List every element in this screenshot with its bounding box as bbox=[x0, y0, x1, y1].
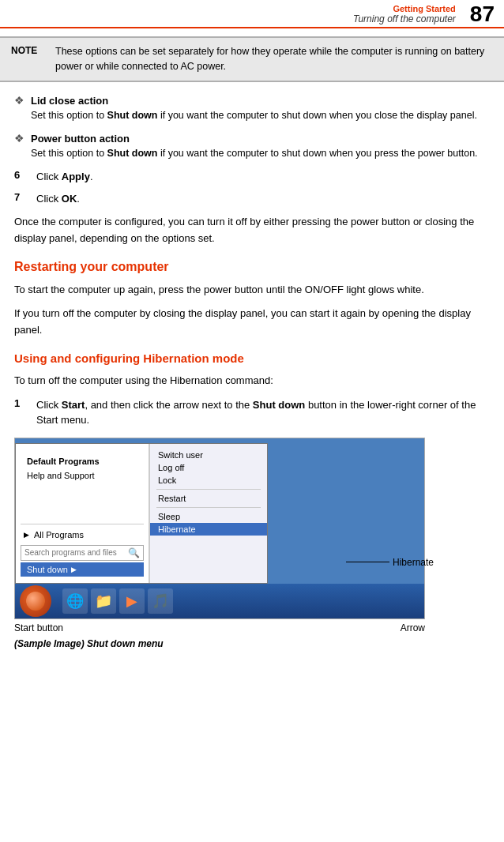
header-section: Getting Started bbox=[353, 4, 456, 13]
menu-separator-1 bbox=[156, 489, 261, 490]
menu-log-off: Log off bbox=[150, 461, 267, 474]
taskbar: 🌐 📁 ▶ 🎵 bbox=[15, 584, 424, 618]
screenshot-mockup: Default Programs Help and Support ▶ All … bbox=[14, 438, 425, 619]
start-orb bbox=[26, 592, 45, 611]
header-title: Turning off the computer bbox=[353, 13, 456, 24]
page-header: Getting Started Turning off the computer… bbox=[0, 0, 504, 28]
page-number: 87 bbox=[470, 3, 495, 25]
bullet-item-1: ❖ Lid close action Set this option to Sh… bbox=[14, 93, 490, 123]
section-heading-restart: Restarting your computer bbox=[14, 260, 490, 274]
bullet-title-1: Lid close action bbox=[31, 93, 477, 109]
image-bottom-annotations: Start button Arrow bbox=[14, 622, 425, 633]
section1-para-1: To start the computer up again, press th… bbox=[14, 282, 490, 299]
menu-hibernate: Hibernate bbox=[150, 523, 267, 536]
shut-down-label: Shut down bbox=[27, 565, 68, 574]
taskbar-icons: 🌐 📁 ▶ 🎵 bbox=[62, 588, 173, 614]
bullet-desc-2: Set this option to Shut down if you want… bbox=[31, 146, 478, 161]
note-text: These options can be set separately for … bbox=[55, 44, 493, 74]
screenshot-area: Default Programs Help and Support ▶ All … bbox=[14, 438, 490, 649]
taskbar-extra-icon: 🎵 bbox=[148, 588, 173, 614]
step-1: 1 Click Start, and then click the arrow … bbox=[14, 397, 490, 428]
step-num-6: 6 bbox=[14, 169, 30, 181]
help-support: Help and Support bbox=[24, 469, 141, 482]
start-menu-left: Default Programs Help and Support ▶ All … bbox=[16, 444, 149, 583]
search-bar[interactable]: 🔍 bbox=[21, 545, 144, 561]
menu-sleep: Sleep bbox=[150, 510, 267, 523]
step-text-7: Click OK. bbox=[36, 191, 80, 207]
arrow-right-icon: ▶ bbox=[24, 531, 29, 539]
hibernate-annotation: Hibernate bbox=[346, 557, 434, 568]
start-menu-popup: Default Programs Help and Support ▶ All … bbox=[15, 443, 268, 584]
arrow-label: Arrow bbox=[401, 622, 425, 633]
all-programs-label: All Programs bbox=[34, 530, 84, 539]
step-text-1: Click Start, and then click the arrow ne… bbox=[36, 397, 490, 428]
menu-restart: Restart bbox=[150, 492, 267, 505]
taskbar-folder-icon: 📁 bbox=[91, 588, 116, 614]
hibernate-line bbox=[346, 562, 389, 562]
note-label: NOTE bbox=[11, 44, 44, 56]
step-7: 7 Click OK. bbox=[14, 191, 490, 207]
bullet-diamond-1: ❖ bbox=[14, 94, 24, 107]
section-heading-hibernate: Using and configuring Hibernation mode bbox=[14, 351, 490, 365]
bullet-content-1: Lid close action Set this option to Shut… bbox=[31, 93, 477, 123]
shut-down-row: Shut down ▶ bbox=[21, 562, 144, 577]
search-icon: 🔍 bbox=[128, 547, 140, 558]
section2-intro: To turn off the computer using the Hiber… bbox=[14, 373, 490, 389]
menu-lock: Lock bbox=[150, 474, 267, 487]
start-menu-right: Switch user Log off Lock Restart Sleep H… bbox=[149, 444, 267, 583]
para-1: Once the computer is configured, you can… bbox=[14, 214, 490, 247]
menu-switch-user: Switch user bbox=[150, 449, 267, 461]
bullet-section: ❖ Lid close action Set this option to Sh… bbox=[14, 93, 490, 162]
step-text-6: Click Apply. bbox=[36, 169, 93, 185]
hibernate-label: Hibernate bbox=[393, 557, 434, 568]
bullet-content-2: Power button action Set this option to S… bbox=[31, 131, 478, 161]
search-input[interactable] bbox=[24, 548, 128, 557]
step-num-7: 7 bbox=[14, 191, 30, 203]
shut-down-arrow: ▶ bbox=[71, 566, 77, 573]
section1-para-2: If you turn off the computer by closing … bbox=[14, 306, 490, 339]
all-programs-row: ▶ All Programs bbox=[21, 528, 144, 542]
default-programs: Default Programs bbox=[24, 455, 141, 468]
note-box: NOTE These options can be set separately… bbox=[0, 36, 504, 82]
bullet-diamond-2: ❖ bbox=[14, 132, 24, 145]
menu-separator-2 bbox=[156, 507, 261, 508]
step-num-1: 1 bbox=[14, 397, 30, 409]
header-right: Getting Started Turning off the computer… bbox=[353, 3, 495, 25]
start-button-label: Start button bbox=[14, 622, 63, 633]
caption-text: (Sample Image) Shut down menu bbox=[14, 638, 164, 649]
image-caption: (Sample Image) Shut down menu bbox=[14, 638, 490, 649]
start-button-icon[interactable] bbox=[20, 585, 51, 617]
header-text: Getting Started Turning off the computer bbox=[353, 4, 456, 24]
taskbar-ie-icon: 🌐 bbox=[62, 588, 88, 614]
bullet-desc-1: Set this option to Shut down if you want… bbox=[31, 108, 477, 123]
taskbar-media-icon: ▶ bbox=[119, 588, 145, 614]
bullet-item-2: ❖ Power button action Set this option to… bbox=[14, 131, 490, 161]
main-content: ❖ Lid close action Set this option to Sh… bbox=[0, 93, 504, 687]
bullet-title-2: Power button action bbox=[31, 131, 478, 147]
step-6: 6 Click Apply. bbox=[14, 169, 490, 185]
